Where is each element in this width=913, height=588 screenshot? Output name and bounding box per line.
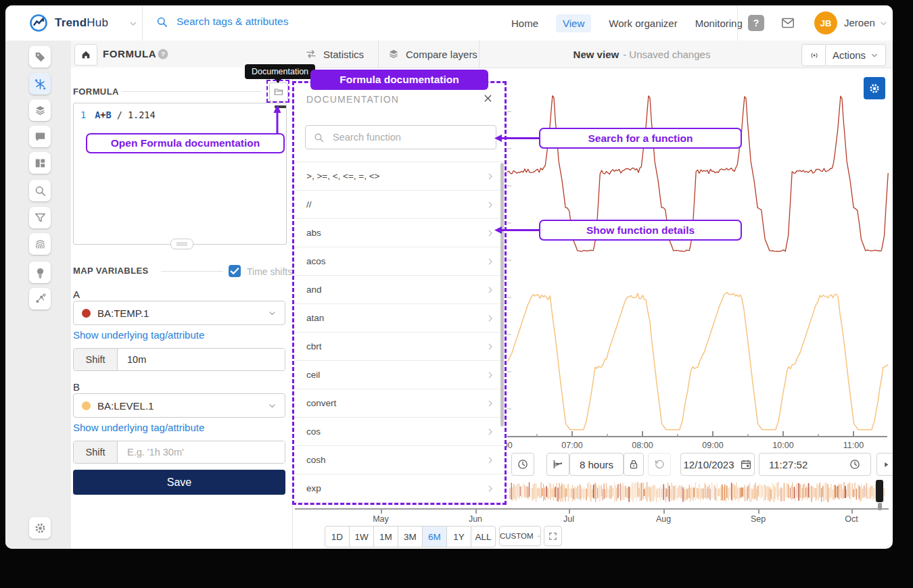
fit-view-button[interactable] <box>544 526 562 546</box>
formula-help-icon[interactable]: ? <box>157 48 169 60</box>
lock-duration-button[interactable] <box>624 453 644 476</box>
doc-function-row[interactable]: cos <box>294 417 505 445</box>
range-button-1y[interactable]: 1Y <box>446 526 471 547</box>
chevron-up-icon <box>537 533 540 540</box>
doc-function-row[interactable]: >, >=, <, <=, =, <> <box>294 162 505 190</box>
nav-item-work-organizer[interactable]: Work organizer <box>609 18 677 29</box>
doc-function-row[interactable]: floor <box>294 502 505 505</box>
doc-function-row[interactable]: acos <box>294 247 505 275</box>
sidebar-item-settings[interactable] <box>29 517 51 539</box>
shift-input-a[interactable] <box>118 349 285 370</box>
home-button[interactable] <box>74 44 97 66</box>
live-icon <box>808 49 820 62</box>
dashboard-icon <box>34 157 47 170</box>
time-clock-button[interactable] <box>511 453 534 476</box>
date-field[interactable]: 12/10/2023 <box>680 453 755 476</box>
sidebar-item-tag[interactable] <box>29 46 51 68</box>
live-mode-button[interactable] <box>801 44 827 66</box>
nav-item-home[interactable]: Home <box>511 18 538 29</box>
brand-chevron-down-icon[interactable] <box>128 19 138 28</box>
doc-function-row[interactable]: cosh <box>294 445 505 474</box>
sidebar-item-comment[interactable] <box>29 126 51 147</box>
nav-item-monitoring[interactable]: Monitoring <box>695 18 743 29</box>
sidebar-item-dashboard[interactable] <box>29 152 51 174</box>
doc-function-row[interactable]: exp <box>294 474 505 502</box>
formula-editor[interactable]: 1 A+B / 1.214 <box>73 103 287 245</box>
zoom-range-group: 1D1W1M3M6M1YALL <box>325 526 496 547</box>
context-range-handle[interactable] <box>876 480 883 502</box>
time-shifts-checkbox[interactable] <box>229 265 241 277</box>
variable-b-select[interactable]: BA:LEVEL.1 <box>73 393 285 418</box>
compare-layers-button[interactable]: Compare layers <box>388 41 477 68</box>
context-axis-tick <box>381 510 382 514</box>
sidebar-item-bulb[interactable] <box>29 262 51 283</box>
mail-icon[interactable] <box>780 16 795 30</box>
series-a-color-dot <box>82 309 91 318</box>
user-chevron-down-icon[interactable] <box>879 19 888 28</box>
duration-field[interactable]: 8 hours <box>569 453 624 476</box>
doc-function-row[interactable]: atan <box>294 303 505 332</box>
editor-resize-handle[interactable] <box>170 239 193 249</box>
doc-function-row[interactable]: and <box>294 275 505 303</box>
doc-function-row[interactable]: cbrt <box>294 332 505 360</box>
show-underlying-link-b[interactable]: Show underlying tag/attribute <box>73 422 204 433</box>
shift-field-a[interactable]: Shift <box>73 348 285 371</box>
function-name: exp <box>306 483 321 493</box>
select-chevron-down-icon <box>268 401 277 410</box>
sidebar-item-filter[interactable] <box>29 207 51 228</box>
context-axis <box>295 508 889 510</box>
function-search[interactable] <box>305 125 496 149</box>
map-variables-rule <box>161 271 223 272</box>
step-forward-button[interactable] <box>876 453 893 476</box>
actions-button[interactable]: Actions <box>825 44 886 66</box>
shift-field-b[interactable]: Shift <box>73 441 285 464</box>
function-name: atan <box>306 313 324 323</box>
range-button-3m[interactable]: 3M <box>398 526 422 547</box>
statistics-button[interactable]: Statistics <box>305 41 364 68</box>
range-button-1w[interactable]: 1W <box>349 526 373 547</box>
close-icon[interactable] <box>482 93 494 104</box>
context-range-grip[interactable] <box>878 503 882 510</box>
time-field[interactable]: 11:27:52 <box>759 453 871 476</box>
help-button[interactable]: ? <box>748 15 764 31</box>
doc-function-row[interactable]: convert <box>294 389 505 417</box>
editor-scrollbar[interactable] <box>275 105 286 108</box>
nav-item-view[interactable]: View <box>556 14 591 32</box>
doc-function-row[interactable]: // <box>294 190 505 218</box>
custom-range-button[interactable]: CUSTOM <box>499 526 541 546</box>
range-button-1m[interactable]: 1M <box>373 526 398 547</box>
user-name[interactable]: Jeroen <box>844 17 875 28</box>
series-b-color-dot <box>82 401 91 410</box>
actions-chevron-down-icon <box>870 51 879 59</box>
show-underlying-link-a[interactable]: Show underlying tag/attribute <box>73 329 204 341</box>
context-overview-strip[interactable] <box>509 481 887 505</box>
save-button[interactable]: Save <box>73 470 285 495</box>
check-icon <box>229 265 241 277</box>
variable-a-select[interactable]: BA:TEMP.1 <box>73 301 285 325</box>
user-avatar[interactable]: JB <box>814 11 837 34</box>
time-shifts-label: Time shifts <box>247 266 292 277</box>
search-icon <box>313 132 325 143</box>
scrollbar-thumb[interactable] <box>500 163 504 426</box>
function-search-input[interactable] <box>331 131 488 143</box>
history-button[interactable] <box>648 453 671 476</box>
global-search-input[interactable] <box>175 15 354 28</box>
range-button-1d[interactable]: 1D <box>325 526 349 547</box>
trend-scale-button[interactable] <box>546 453 569 476</box>
range-button-6m[interactable]: 6M <box>422 526 446 547</box>
sidebar-item-formula[interactable] <box>29 73 51 95</box>
chart-settings-button[interactable] <box>864 77 885 99</box>
node-graph-icon <box>34 293 47 305</box>
toolbar-divider <box>378 41 379 68</box>
shift-input-b[interactable] <box>118 441 285 463</box>
app-logo[interactable]: TrendHub <box>28 13 108 33</box>
range-button-all[interactable]: ALL <box>471 526 495 547</box>
sidebar-item-layers[interactable] <box>29 99 51 121</box>
global-search[interactable] <box>156 15 354 28</box>
sidebar-item-search[interactable] <box>29 180 51 201</box>
history-icon <box>653 458 665 470</box>
sidebar-item-fingerprint[interactable] <box>29 233 51 255</box>
doc-function-row[interactable]: ceil <box>294 360 505 389</box>
sidebar-item-node-graph[interactable] <box>29 288 51 310</box>
doc-function-row[interactable]: abs <box>294 218 505 247</box>
